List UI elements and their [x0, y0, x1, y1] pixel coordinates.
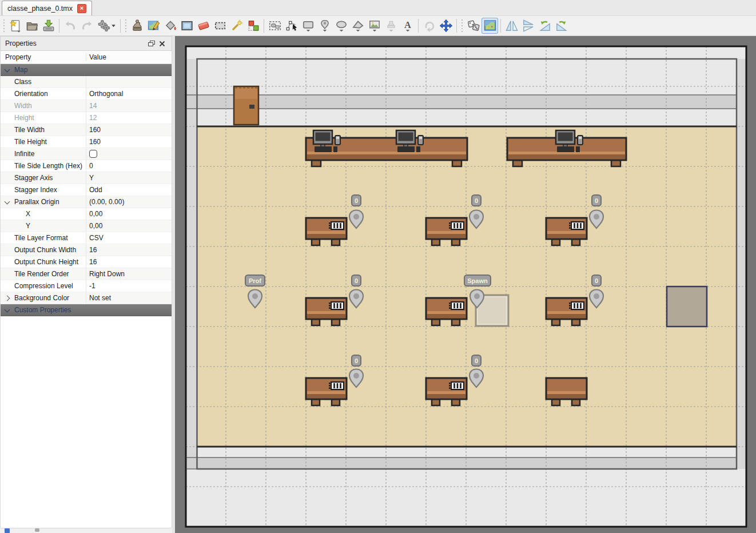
random-mode-button[interactable]: [465, 18, 482, 34]
property-row-tile-layer-format[interactable]: Tile Layer FormatCSV: [1, 232, 172, 244]
toolbar-separator: [456, 19, 457, 33]
radiator-icon: [329, 222, 344, 229]
magic-wand-button[interactable]: [228, 18, 245, 34]
redo-button[interactable]: [78, 18, 95, 34]
marker-zero[interactable]: 0: [590, 195, 603, 228]
float-panel-button[interactable]: [146, 39, 157, 48]
insert-tile-icon: [368, 19, 381, 33]
property-row-tile-height[interactable]: Tile Height160: [1, 136, 172, 148]
property-row-tile-render-order[interactable]: Tile Render OrderRight Down: [1, 268, 172, 280]
property-row-output-chunk-height[interactable]: Output Chunk Height16: [1, 256, 172, 268]
property-row-stagger-index[interactable]: Stagger IndexOdd: [1, 184, 172, 196]
radiator-icon: [449, 382, 464, 389]
property-row-orientation[interactable]: OrientationOrthogonal: [1, 88, 172, 100]
insert-text-button[interactable]: A: [399, 18, 416, 34]
group-custom-properties[interactable]: Custom Properties: [1, 304, 172, 316]
svg-text:0: 0: [355, 197, 358, 204]
toolbar-separator: [59, 19, 59, 33]
property-row-tile-side-length[interactable]: Tile Side Length (Hex)0: [1, 160, 172, 172]
marker-zero[interactable]: 0: [590, 275, 603, 308]
insert-rectangle-button[interactable]: [300, 18, 316, 34]
map-canvas[interactable]: 0 0 0 Prof: [175, 36, 756, 533]
insert-text-icon: A: [401, 19, 415, 33]
property-row-infinite[interactable]: Infinite: [1, 148, 172, 160]
marker-zero[interactable]: 0: [349, 355, 363, 387]
insert-polygon-button[interactable]: [349, 18, 366, 34]
stamp-brush-button[interactable]: [129, 18, 145, 34]
save-file-button[interactable]: [40, 18, 57, 34]
infinite-checkbox[interactable]: [89, 150, 97, 158]
rotate-left-button[interactable]: [536, 18, 553, 34]
left-corridor: [187, 59, 197, 469]
run-commands-button[interactable]: [95, 18, 118, 34]
close-panel-button[interactable]: [157, 39, 167, 48]
open-file-button[interactable]: [23, 18, 40, 34]
properties-panel: Properties Property Value Map Class Orie…: [0, 36, 172, 533]
property-row-output-chunk-width[interactable]: Output Chunk Width16: [1, 244, 172, 256]
flip-horizontal-button[interactable]: [503, 18, 520, 34]
insert-template-icon: [384, 19, 398, 33]
property-row-parallax-y[interactable]: Y0,00: [1, 220, 172, 232]
property-row-parallax-x[interactable]: X0,00: [1, 208, 172, 220]
new-file-button[interactable]: [7, 18, 23, 34]
map-view[interactable]: 0 0 0 Prof: [175, 36, 756, 533]
properties-table: Property Value Map Class OrientationOrth…: [0, 51, 172, 528]
bucket-fill-button[interactable]: [162, 18, 178, 34]
undo-button[interactable]: [62, 18, 78, 34]
svg-text:0: 0: [595, 277, 598, 284]
properties-title: Properties: [5, 39, 37, 47]
rect-select-button[interactable]: [212, 18, 228, 34]
move-objects-icon: [439, 19, 453, 33]
tab-title: classe_phase_0.tmx: [7, 5, 73, 13]
tab-bar: classe_phase_0.tmx ×: [0, 0, 756, 16]
toolbar-drag-handle[interactable]: [124, 19, 128, 32]
float-icon: [148, 41, 155, 47]
toolbar-drag-handle[interactable]: [2, 19, 6, 32]
flip-vertical-icon: [522, 19, 535, 33]
property-row-compression-level[interactable]: Compression Level-1: [1, 280, 172, 292]
insert-tile-button[interactable]: [366, 18, 383, 34]
property-row-stagger-axis[interactable]: Stagger AxisY: [1, 172, 172, 184]
object-rectangle[interactable]: [667, 287, 707, 327]
property-row-background-color[interactable]: Background ColorNot set: [1, 292, 172, 304]
insert-rectangle-icon: [301, 19, 315, 33]
document-tab[interactable]: classe_phase_0.tmx ×: [2, 1, 92, 15]
status-gray-icon: [35, 528, 39, 532]
property-row-height[interactable]: Height12: [1, 112, 172, 124]
eraser-icon: [197, 19, 210, 33]
properties-titlebar[interactable]: Properties: [0, 36, 172, 51]
property-row-parallax-origin[interactable]: Parallax Origin(0.00, 0.00): [1, 196, 172, 208]
marker-zero[interactable]: 0: [349, 275, 363, 308]
terrain-brush-button[interactable]: [145, 18, 162, 34]
property-row-tile-width[interactable]: Tile Width160: [1, 124, 172, 136]
tab-close-icon[interactable]: ×: [77, 4, 86, 13]
eraser-button[interactable]: [195, 18, 212, 34]
insert-template-button[interactable]: [383, 18, 399, 34]
shape-fill-button[interactable]: [178, 18, 195, 34]
toolbar-drag-handle[interactable]: [460, 19, 464, 32]
edit-polygons-button[interactable]: [283, 18, 300, 34]
stamp-icon: [130, 19, 144, 33]
insert-ellipse-button[interactable]: [333, 18, 349, 34]
select-objects-icon: [268, 19, 282, 33]
select-objects-button[interactable]: [266, 18, 283, 34]
insert-point-button[interactable]: [316, 18, 333, 34]
chevron-down-icon: [5, 307, 10, 313]
rotate-right-icon: [555, 19, 568, 33]
rotate-objects-button[interactable]: [421, 18, 437, 34]
property-row-width[interactable]: Width14: [1, 100, 172, 112]
column-value: Value: [86, 53, 172, 61]
same-tile-select-button[interactable]: [245, 18, 261, 34]
flip-vertical-button[interactable]: [520, 18, 536, 34]
marker-zero[interactable]: 0: [469, 195, 483, 228]
highlight-current-layer-button[interactable]: [482, 18, 498, 34]
door-tile: [234, 86, 258, 125]
gears-icon: [97, 19, 116, 33]
marker-zero[interactable]: 0: [349, 195, 363, 228]
group-map[interactable]: Map: [1, 64, 172, 76]
property-row-class[interactable]: Class: [1, 76, 172, 88]
move-objects-button[interactable]: [437, 18, 454, 34]
rotate-right-button[interactable]: [553, 18, 570, 34]
marker-zero[interactable]: 0: [469, 355, 483, 387]
rotate-objects-icon: [423, 19, 436, 33]
